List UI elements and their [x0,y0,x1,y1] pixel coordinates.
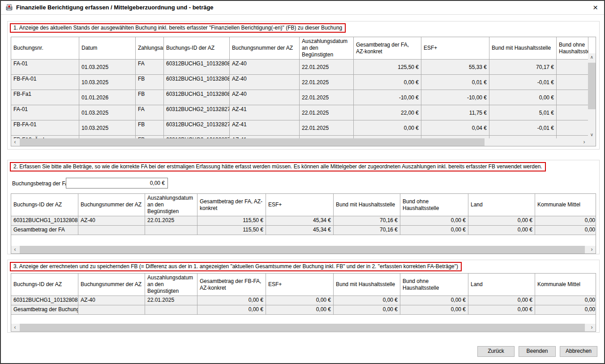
hscroll-track[interactable] [19,138,580,146]
column-header[interactable]: Buchungs-ID der AZ [164,37,230,60]
table-row[interactable]: 60312BUCHG1_10132808AZ-4022.01.20250,00 … [11,296,596,305]
cell: 22.01.2025 [145,216,197,226]
column-header[interactable]: Datum [79,37,136,60]
cell: AZ-40 [230,90,300,105]
finish-button[interactable]: Beenden [519,346,556,357]
cell: 60312BUCHG1_10132808 [164,60,230,75]
column-header[interactable]: Buchungsnr. [11,37,79,60]
column-header[interactable]: ESF+ [266,194,334,216]
table-row[interactable]: Gesamtbetrag der Buchung0,00 €0,00 €0,00… [11,305,596,315]
cell: 22.01.2025 [300,90,354,105]
cell: 115,50 € [197,226,266,235]
column-header[interactable]: Bund mit Haushaltsstelle [334,274,400,296]
cell: AZ-40 [78,216,145,226]
column-header[interactable]: Land [468,194,535,216]
cell: 0,00 € [400,226,468,235]
app-icon [5,4,13,11]
cell: 0,00 € [535,216,596,226]
column-header[interactable]: ESF+ [421,37,489,60]
column-header[interactable]: Bund mit Haushaltsstelle [334,194,400,216]
cancel-button[interactable]: Abbrechen [560,346,597,357]
column-header[interactable]: Kommunale Mittel [535,194,596,216]
column-header[interactable]: Bund ohne Haushaltsstelle [400,194,468,216]
scrollbar-header-spacer [588,37,596,53]
cell: 60312BUCHG1_10132808 [164,75,230,90]
column-header[interactable]: Buchungsnummer der AZ [230,37,300,60]
scroll-up-icon[interactable]: ∧ [588,53,596,61]
close-icon[interactable]: × [593,3,598,13]
column-header[interactable]: Bund mit Haushaltsstelle [489,37,557,60]
corrected-amounts-table: Buchungs-ID der AZBuchungsnummer der AZA… [11,193,596,254]
cell: 70,16 € [334,226,400,235]
hscroll-track[interactable] [19,324,588,331]
scroll-down-icon[interactable]: ∨ [588,131,596,138]
column-header[interactable]: Buchungsnummer der AZ [78,274,145,296]
column-header[interactable]: Bund ohne Haushaltsstelle [400,274,468,296]
cell: 60312BUCHG1_10132808 [11,216,78,226]
section-1-heading: 1. Anzeige des aktuellen Stands der ausg… [10,23,346,33]
hscroll-track[interactable] [19,246,588,253]
column-header[interactable]: Auszahlungsdatum an den Begünstigten [145,194,197,216]
column-header[interactable]: Kommunale Mittel [535,274,596,296]
hscroll-thumb[interactable] [20,138,485,146]
cell: 0,00 € [400,296,468,305]
data-grid: Buchungs-ID der AZBuchungsnummer der AZA… [11,194,596,235]
table-row[interactable]: FB-FA-0110.03.2025FB60312BUCHG1_10132808… [11,75,596,90]
vertical-scrollbar[interactable]: ∧ ∨ [588,37,596,138]
vscroll-track[interactable] [588,61,596,131]
horizontal-scrollbar[interactable]: ‹ › [11,246,596,253]
cell: 10.03.2025 [79,75,136,90]
scroll-right-icon[interactable]: › [580,138,588,146]
cell [145,305,197,315]
title-bar: Finanzielle Berichtigung erfassen / Mitt… [1,1,604,15]
cell: 01.03.2025 [79,105,136,120]
back-button[interactable]: Zurück [477,346,515,357]
column-header[interactable]: Gesamtbetrag der FB-FA, AZ-konkret [197,274,266,296]
scroll-left-icon[interactable]: ‹ [11,324,19,331]
hscroll-thumb[interactable] [20,246,585,253]
scroll-left-icon[interactable]: ‹ [11,138,19,146]
table-row[interactable]: FA-0101.03.2025FA60312BUCHG2_10132827AZ-… [11,105,596,120]
vscroll-thumb[interactable] [588,63,596,109]
cell: 22.01.2025 [300,120,354,136]
column-header[interactable]: Auszahlungsdatum an den Begünstigten [300,37,354,60]
table-row[interactable]: FB-FA-0110.03.2025FB60312BUCHG2_10132827… [11,120,596,136]
scroll-right-icon[interactable]: › [588,246,596,253]
cell: 125,50 € [354,60,421,75]
cell: 60312BUCHG2_10132827 [164,120,230,136]
cell: -10,00 € [421,90,489,105]
cell: 70,16 € [334,216,400,226]
table-row[interactable]: Gesamtbetrag der FA115,50 €45,34 €70,16 … [11,226,596,235]
column-header[interactable]: Zahlungsart [136,37,164,60]
scroll-right-icon[interactable]: › [588,324,596,331]
column-header[interactable]: Gesamtbetrag der FA, AZ-konkret [354,37,421,60]
column-header[interactable]: Buchungsnummer der AZ [78,194,145,216]
cell: 0,00 € [400,305,468,315]
cell: FB-FA-01 [11,120,79,136]
column-header[interactable]: Buchungs-ID der AZ [11,274,78,296]
column-header[interactable]: Auszahlungsdatum an den Begünstigten [145,274,197,296]
cell: 0,01 € [421,75,489,90]
cell: 5,01 € [489,105,557,120]
cell: 115,50 € [197,216,266,226]
section-3-heading: 3. Anzeige der errechneten und zu speich… [10,262,462,271]
cell: 0,00 € [266,296,334,305]
table-row[interactable]: FB-Fa101.01.2026FB60312BUCHG1_10132808AZ… [11,90,596,105]
cell: 01.01.2026 [79,90,136,105]
horizontal-scrollbar[interactable]: ‹ › [11,138,588,146]
column-header[interactable]: Gesamtbetrag der FA, AZ-konkret [197,194,266,216]
cell: 0,00 € [400,216,468,226]
booking-amount-input[interactable] [66,178,168,188]
column-header[interactable]: Buchungs-ID der AZ [11,194,78,216]
table-row[interactable]: FA-0101.03.2025FA60312BUCHG1_10132808AZ-… [11,60,596,75]
cell: 55,33 € [421,60,489,75]
horizontal-scrollbar[interactable]: ‹ › [11,324,596,331]
cell: AZ-40 [230,60,300,75]
cell: 0,00 € [468,296,535,305]
table-row[interactable]: 60312BUCHG1_10132808AZ-4022.01.2025115,5… [11,216,596,226]
hscroll-thumb[interactable] [20,324,585,331]
column-header[interactable]: ESF+ [266,274,334,296]
cell: AZ-40 [78,296,145,305]
scroll-left-icon[interactable]: ‹ [11,246,19,253]
column-header[interactable]: Land [468,274,535,296]
